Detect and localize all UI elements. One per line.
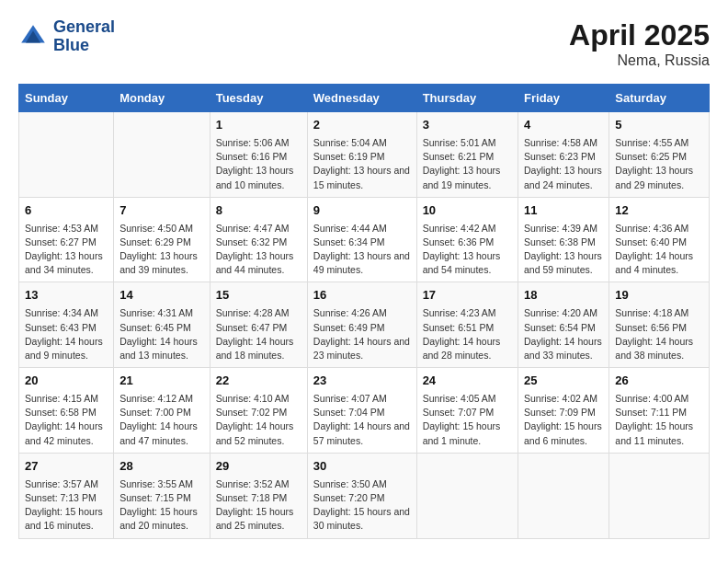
logo-text: General Blue <box>53 18 115 55</box>
day-info: Sunrise: 3:57 AM <box>25 477 108 491</box>
day-info: Sunrise: 3:55 AM <box>119 477 204 491</box>
day-info: Sunrise: 5:01 AM <box>423 136 512 150</box>
day-info: Sunrise: 4:50 AM <box>119 222 204 236</box>
day-info: Sunset: 6:34 PM <box>313 236 411 249</box>
column-header-saturday: Saturday <box>609 85 710 112</box>
day-number: 13 <box>25 287 108 304</box>
day-number: 17 <box>423 287 512 304</box>
day-info: Sunrise: 4:00 AM <box>615 392 703 406</box>
day-info: Daylight: 15 hours and 11 minutes. <box>615 419 703 447</box>
day-info: Sunrise: 4:05 AM <box>423 392 512 406</box>
column-header-sunday: Sunday <box>19 85 114 112</box>
day-info: Sunset: 7:04 PM <box>313 406 411 419</box>
day-info: Daylight: 13 hours and 29 minutes. <box>615 164 703 191</box>
calendar-cell <box>609 453 710 538</box>
logo-icon <box>18 22 48 52</box>
day-info: Sunrise: 4:02 AM <box>524 392 603 406</box>
day-info: Daylight: 14 hours and 4 minutes. <box>615 249 703 277</box>
day-info: Sunset: 6:32 PM <box>216 236 301 249</box>
calendar-table: SundayMondayTuesdayWednesdayThursdayFrid… <box>18 84 710 539</box>
day-info: Sunrise: 4:20 AM <box>524 306 603 320</box>
main-title: April 2025 <box>569 18 710 52</box>
day-info: Daylight: 14 hours and 23 minutes. <box>313 335 411 362</box>
calendar-cell: 26Sunrise: 4:00 AMSunset: 7:11 PMDayligh… <box>609 368 710 454</box>
day-number: 8 <box>216 202 301 220</box>
day-info: Sunrise: 4:28 AM <box>216 306 301 320</box>
day-info: Sunset: 6:27 PM <box>25 236 108 249</box>
day-info: Sunset: 6:56 PM <box>615 321 703 335</box>
calendar-cell <box>19 112 114 198</box>
day-number: 30 <box>313 458 411 476</box>
calendar-cell: 27Sunrise: 3:57 AMSunset: 7:13 PMDayligh… <box>19 453 114 538</box>
day-info: Daylight: 15 hours and 30 minutes. <box>313 505 411 533</box>
column-header-monday: Monday <box>114 85 210 112</box>
day-info: Sunrise: 4:23 AM <box>423 306 512 320</box>
day-info: Daylight: 15 hours and 20 minutes. <box>119 505 204 533</box>
calendar-cell: 5Sunrise: 4:55 AMSunset: 6:25 PMDaylight… <box>609 112 710 198</box>
column-header-tuesday: Tuesday <box>210 85 307 112</box>
calendar-week-row: 6Sunrise: 4:53 AMSunset: 6:27 PMDaylight… <box>19 197 710 282</box>
calendar-cell: 7Sunrise: 4:50 AMSunset: 6:29 PMDaylight… <box>114 197 210 282</box>
day-info: Sunrise: 4:53 AM <box>25 222 108 236</box>
calendar-week-row: 27Sunrise: 3:57 AMSunset: 7:13 PMDayligh… <box>19 453 710 538</box>
calendar-cell: 29Sunrise: 3:52 AMSunset: 7:18 PMDayligh… <box>210 453 307 538</box>
calendar-cell: 23Sunrise: 4:07 AMSunset: 7:04 PMDayligh… <box>307 368 416 454</box>
day-info: Sunrise: 4:39 AM <box>524 222 603 236</box>
day-number: 25 <box>524 373 603 390</box>
calendar-cell: 15Sunrise: 4:28 AMSunset: 6:47 PMDayligh… <box>210 282 307 368</box>
day-info: Daylight: 14 hours and 9 minutes. <box>25 335 108 362</box>
day-info: Sunrise: 5:04 AM <box>313 136 411 150</box>
day-info: Sunrise: 4:31 AM <box>119 306 204 320</box>
calendar-cell: 22Sunrise: 4:10 AMSunset: 7:02 PMDayligh… <box>210 368 307 454</box>
day-info: Daylight: 13 hours and 54 minutes. <box>423 249 512 277</box>
day-info: Sunset: 6:21 PM <box>423 150 512 164</box>
calendar-cell: 25Sunrise: 4:02 AMSunset: 7:09 PMDayligh… <box>518 368 609 454</box>
calendar-cell: 24Sunrise: 4:05 AMSunset: 7:07 PMDayligh… <box>416 368 518 454</box>
day-info: Sunrise: 4:07 AM <box>313 392 411 406</box>
calendar-cell: 10Sunrise: 4:42 AMSunset: 6:36 PMDayligh… <box>416 197 518 282</box>
calendar-week-row: 20Sunrise: 4:15 AMSunset: 6:58 PMDayligh… <box>19 368 710 454</box>
calendar-cell <box>416 453 518 538</box>
day-number: 24 <box>423 373 512 390</box>
column-header-wednesday: Wednesday <box>307 85 416 112</box>
day-info: Sunset: 6:43 PM <box>25 321 108 335</box>
day-info: Daylight: 13 hours and 44 minutes. <box>216 249 301 277</box>
calendar-cell: 16Sunrise: 4:26 AMSunset: 6:49 PMDayligh… <box>307 282 416 368</box>
day-number: 21 <box>119 373 204 390</box>
calendar-cell: 14Sunrise: 4:31 AMSunset: 6:45 PMDayligh… <box>114 282 210 368</box>
day-number: 6 <box>25 202 108 220</box>
day-info: Sunset: 6:23 PM <box>524 150 603 164</box>
calendar-cell: 9Sunrise: 4:44 AMSunset: 6:34 PMDaylight… <box>307 197 416 282</box>
day-info: Daylight: 13 hours and 39 minutes. <box>119 249 204 277</box>
day-info: Sunset: 6:54 PM <box>524 321 603 335</box>
calendar-cell: 1Sunrise: 5:06 AMSunset: 6:16 PMDaylight… <box>210 112 307 198</box>
calendar-cell: 4Sunrise: 4:58 AMSunset: 6:23 PMDaylight… <box>518 112 609 198</box>
day-info: Daylight: 13 hours and 49 minutes. <box>313 249 411 277</box>
day-info: Sunset: 7:09 PM <box>524 406 603 419</box>
day-number: 3 <box>423 117 512 134</box>
day-info: Daylight: 13 hours and 10 minutes. <box>216 164 301 191</box>
day-info: Sunrise: 4:34 AM <box>25 306 108 320</box>
day-info: Sunset: 7:20 PM <box>313 491 411 505</box>
day-info: Daylight: 14 hours and 18 minutes. <box>216 335 301 362</box>
calendar-cell: 18Sunrise: 4:20 AMSunset: 6:54 PMDayligh… <box>518 282 609 368</box>
day-number: 16 <box>313 287 411 304</box>
day-number: 18 <box>524 287 603 304</box>
day-number: 28 <box>119 458 204 476</box>
day-info: Daylight: 15 hours and 1 minute. <box>423 419 512 447</box>
calendar-cell: 17Sunrise: 4:23 AMSunset: 6:51 PMDayligh… <box>416 282 518 368</box>
day-number: 9 <box>313 202 411 220</box>
calendar-cell: 20Sunrise: 4:15 AMSunset: 6:58 PMDayligh… <box>19 368 114 454</box>
day-info: Sunrise: 4:47 AM <box>216 222 301 236</box>
day-number: 15 <box>216 287 301 304</box>
day-info: Daylight: 13 hours and 24 minutes. <box>524 164 603 191</box>
calendar-cell: 8Sunrise: 4:47 AMSunset: 6:32 PMDaylight… <box>210 197 307 282</box>
day-number: 5 <box>615 117 703 134</box>
sub-title: Nema, Russia <box>569 52 710 69</box>
day-info: Sunrise: 5:06 AM <box>216 136 301 150</box>
day-info: Daylight: 13 hours and 19 minutes. <box>423 164 512 191</box>
day-info: Sunrise: 3:50 AM <box>313 477 411 491</box>
calendar-cell: 12Sunrise: 4:36 AMSunset: 6:40 PMDayligh… <box>609 197 710 282</box>
day-info: Daylight: 14 hours and 57 minutes. <box>313 419 411 447</box>
day-info: Sunset: 6:36 PM <box>423 236 512 249</box>
